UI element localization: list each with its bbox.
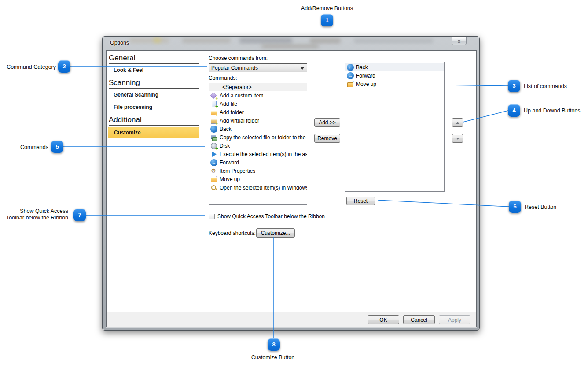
quick-access-checkbox[interactable] bbox=[209, 214, 215, 219]
sidebar-item-general-scanning[interactable]: General Scanning bbox=[107, 89, 201, 101]
callout-badge-1[interactable]: 1 bbox=[321, 14, 333, 26]
sidebar-item-look-feel[interactable]: Look & Feel bbox=[107, 64, 201, 76]
add-virtual-folder-icon bbox=[210, 117, 217, 124]
command-label: Forward bbox=[220, 160, 239, 166]
command-label: Add folder bbox=[220, 109, 244, 115]
command-row[interactable]: Open the selected item(s) in Windows Exp bbox=[209, 183, 307, 192]
command-label: Move up bbox=[356, 81, 376, 87]
choose-commands-label: Choose commands from: bbox=[209, 55, 268, 61]
command-row[interactable]: Add folder bbox=[209, 108, 307, 116]
annotation-label-up-down-buttons: Up and Downd Buttons bbox=[524, 108, 581, 114]
titlebar-blur-decoration bbox=[310, 38, 341, 43]
sidebar-section-header: Additional bbox=[109, 115, 199, 126]
reset-button[interactable]: Reset bbox=[346, 197, 375, 205]
combobox-value: Popular Commands bbox=[211, 65, 258, 71]
back-icon bbox=[210, 126, 217, 133]
add-folder-icon bbox=[210, 109, 217, 116]
arrow-down-icon bbox=[456, 138, 459, 140]
command-label: Move up bbox=[220, 176, 240, 182]
command-row[interactable]: Disk bbox=[209, 141, 307, 150]
command-row[interactable]: <Separator> bbox=[209, 83, 307, 91]
command-row[interactable]: Back bbox=[345, 63, 444, 71]
properties-icon bbox=[210, 167, 217, 175]
command-category-combobox[interactable]: Popular Commands bbox=[209, 63, 307, 72]
command-row[interactable]: Add a custom item bbox=[209, 91, 307, 100]
annotation-label-add-remove: Add/Remove Buttons bbox=[283, 5, 371, 11]
sidebar-category-panel: GeneralLook & FeelScanningGeneral Scanni… bbox=[107, 51, 201, 312]
copy-icon bbox=[210, 134, 217, 141]
command-label: Add virtual folder bbox=[220, 118, 259, 124]
command-row[interactable]: Copy the selected file or folder to the … bbox=[209, 133, 307, 141]
forward-icon bbox=[210, 159, 217, 166]
apply-button[interactable]: Apply bbox=[439, 315, 470, 324]
disk-icon bbox=[210, 142, 217, 149]
command-row[interactable]: Move up bbox=[209, 175, 307, 183]
command-row[interactable]: Move up bbox=[345, 80, 444, 88]
move-down-button[interactable] bbox=[452, 134, 463, 143]
dialog-content: GeneralLook & FeelScanningGeneral Scanni… bbox=[106, 50, 477, 327]
selected-commands-listbox[interactable]: BackForwardMove up bbox=[345, 62, 445, 192]
command-label: Back bbox=[356, 64, 368, 71]
titlebar-blur-decoration bbox=[239, 38, 292, 43]
command-label: Back bbox=[220, 126, 232, 132]
callout-badge-7[interactable]: 7 bbox=[74, 209, 86, 221]
command-row[interactable]: Add virtual folder bbox=[209, 116, 307, 125]
commands-label: Commands: bbox=[209, 75, 237, 81]
command-row[interactable]: Item Properties bbox=[209, 167, 307, 175]
close-icon[interactable]: x bbox=[452, 37, 467, 45]
callout-badge-8[interactable]: 8 bbox=[268, 338, 280, 351]
callout-badge-3[interactable]: 3 bbox=[508, 80, 520, 92]
command-row[interactable]: Execute the selected item(s) in the asso… bbox=[209, 150, 307, 158]
customize-shortcuts-button[interactable]: Customize... bbox=[256, 228, 295, 238]
sidebar-item-customize[interactable]: Customize bbox=[108, 127, 199, 138]
sidebar-section-header: General bbox=[109, 54, 199, 64]
add-file-icon bbox=[210, 100, 217, 108]
command-label: Add file bbox=[220, 101, 237, 107]
annotation-label-quick-access: Show Quick Access Toolbar below the Ribb… bbox=[1, 208, 68, 221]
command-label: Add a custom item bbox=[220, 93, 263, 99]
callout-badge-4[interactable]: 4 bbox=[508, 104, 520, 117]
quick-access-checkbox-row: Show Quick Access Toolbar below the Ribb… bbox=[209, 213, 325, 219]
quick-access-checkbox-label: Show Quick Access Toolbar below the Ribb… bbox=[217, 213, 325, 219]
move-up-icon bbox=[210, 176, 217, 183]
command-row[interactable]: Forward bbox=[209, 158, 307, 167]
commands-listbox[interactable]: <Separator>Add a custom itemAdd fileAdd … bbox=[209, 82, 307, 205]
sidebar-item-file-processing[interactable]: File processing bbox=[107, 101, 201, 113]
titlebar-blur-decoration bbox=[129, 38, 169, 43]
move-up-icon bbox=[347, 81, 354, 88]
titlebar-blur-decoration bbox=[182, 38, 231, 43]
annotation-label-reset-button: Reset Button bbox=[525, 204, 556, 210]
customize-panel: Choose commands from: Popular Commands C… bbox=[201, 51, 476, 312]
titlebar-blur-decoration bbox=[154, 37, 161, 43]
ok-button[interactable]: OK bbox=[368, 315, 399, 324]
callout-badge-2[interactable]: 2 bbox=[58, 60, 70, 73]
annotation-label-list-of-commands: List of commands bbox=[524, 83, 567, 89]
command-label: Copy the selected file or folder to the … bbox=[220, 134, 307, 141]
cancel-button[interactable]: Cancel bbox=[403, 315, 435, 324]
callout-badge-6[interactable]: 6 bbox=[509, 201, 521, 213]
command-row[interactable]: Forward bbox=[345, 71, 444, 80]
dialog-titlebar: Options x bbox=[103, 37, 479, 50]
callout-badge-5[interactable]: 5 bbox=[51, 141, 63, 153]
annotated-screenshot: Options x GeneralLook & FeelScanningGene… bbox=[0, 0, 588, 368]
back-icon bbox=[347, 64, 354, 71]
forward-icon bbox=[347, 72, 354, 79]
command-label: Item Properties bbox=[220, 168, 255, 174]
command-label: Open the selected item(s) in Windows Exp bbox=[220, 185, 307, 191]
command-label: <Separator> bbox=[222, 84, 252, 90]
command-label: Disk bbox=[220, 143, 230, 149]
titlebar-blur-decoration bbox=[354, 39, 433, 43]
remove-button[interactable]: Remove bbox=[314, 134, 340, 143]
options-dialog: Options x GeneralLook & FeelScanningGene… bbox=[102, 36, 480, 331]
move-up-button[interactable] bbox=[452, 118, 463, 127]
sidebar-section-header: Scanning bbox=[109, 78, 199, 89]
add-button[interactable]: Add >> bbox=[314, 118, 340, 127]
custom-item-icon bbox=[210, 92, 217, 99]
annotation-label-commands: Commands bbox=[0, 144, 48, 150]
command-row[interactable]: Back bbox=[209, 125, 307, 133]
command-row[interactable]: Add file bbox=[209, 100, 307, 108]
dialog-title: Options bbox=[110, 40, 129, 46]
arrow-up-icon bbox=[456, 122, 459, 124]
dialog-footer: OK Cancel Apply bbox=[107, 312, 476, 327]
chevron-down-icon bbox=[301, 67, 304, 70]
